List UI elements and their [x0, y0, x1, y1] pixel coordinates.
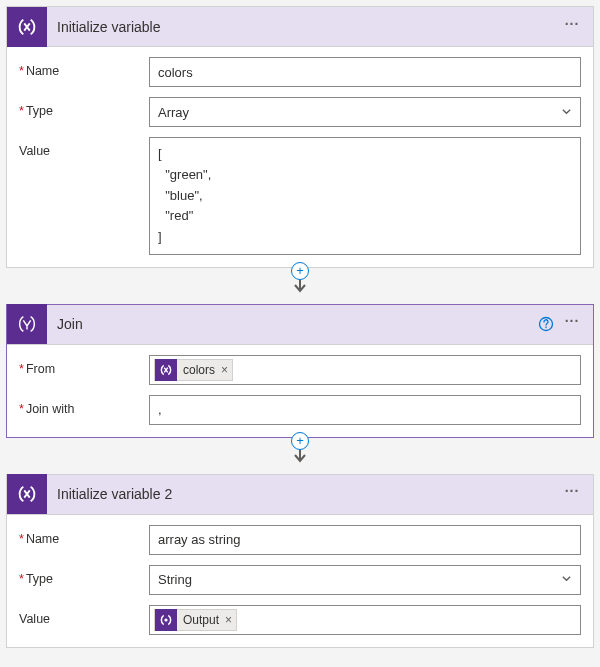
type-select-value: Array: [158, 105, 189, 120]
name-label: Name: [19, 57, 149, 78]
help-icon: [538, 316, 554, 332]
card-body: Name Type String Value: [7, 515, 593, 647]
token-remove-button[interactable]: ×: [225, 613, 232, 627]
card-title: Join: [47, 316, 533, 332]
card-header[interactable]: Initialize variable ···: [7, 7, 593, 47]
chevron-down-icon: [561, 572, 572, 587]
joinwith-input[interactable]: [149, 395, 581, 425]
token-output[interactable]: Output ×: [154, 609, 237, 631]
arrow-down-icon: [292, 277, 308, 298]
more-menu-button[interactable]: ···: [559, 311, 585, 337]
token-remove-button[interactable]: ×: [221, 363, 228, 377]
variable-token-icon: [155, 359, 177, 381]
card-header[interactable]: Join ···: [7, 305, 593, 345]
token-colors[interactable]: colors ×: [154, 359, 233, 381]
token-label: colors: [183, 363, 215, 377]
ellipsis-icon: ···: [565, 313, 580, 329]
connector: +: [6, 438, 594, 474]
from-input[interactable]: colors ×: [149, 355, 581, 385]
help-button[interactable]: [533, 311, 559, 337]
name-input[interactable]: [149, 57, 581, 87]
name-label: Name: [19, 525, 149, 546]
card-body: Name Type Array Value [ "green", "blue",…: [7, 47, 593, 267]
arrow-down-icon: [292, 447, 308, 468]
data-operation-icon: [7, 304, 47, 344]
type-select[interactable]: String: [149, 565, 581, 595]
value-label: Value: [19, 605, 149, 626]
card-body: From colors × Join with: [7, 345, 593, 437]
action-card-initialize-variable-2: Initialize variable 2 ··· Name Type Stri…: [6, 474, 594, 648]
dataop-token-icon: [155, 609, 177, 631]
variable-icon: [7, 7, 47, 47]
from-label: From: [19, 355, 149, 376]
joinwith-label: Join with: [19, 395, 149, 416]
type-label: Type: [19, 97, 149, 118]
more-menu-button[interactable]: ···: [559, 481, 585, 507]
value-input[interactable]: Output ×: [149, 605, 581, 635]
more-menu-button[interactable]: ···: [559, 14, 585, 40]
action-card-initialize-variable: Initialize variable ··· Name Type Array …: [6, 6, 594, 268]
value-label: Value: [19, 137, 149, 158]
card-header[interactable]: Initialize variable 2 ···: [7, 475, 593, 515]
ellipsis-icon: ···: [565, 483, 580, 499]
type-select-value: String: [158, 572, 192, 587]
svg-point-1: [165, 619, 167, 621]
value-textarea[interactable]: [ "green", "blue", "red" ]: [149, 137, 581, 255]
card-title: Initialize variable: [47, 19, 559, 35]
variable-icon: [7, 474, 47, 514]
chevron-down-icon: [561, 105, 572, 120]
name-input[interactable]: [149, 525, 581, 555]
type-select[interactable]: Array: [149, 97, 581, 127]
action-card-join: Join ··· From colors × Join: [6, 304, 594, 438]
add-step-button[interactable]: +: [291, 262, 309, 280]
type-label: Type: [19, 565, 149, 586]
ellipsis-icon: ···: [565, 16, 580, 32]
connector: +: [6, 268, 594, 304]
token-label: Output: [183, 613, 219, 627]
add-step-button[interactable]: +: [291, 432, 309, 450]
card-title: Initialize variable 2: [47, 486, 559, 502]
